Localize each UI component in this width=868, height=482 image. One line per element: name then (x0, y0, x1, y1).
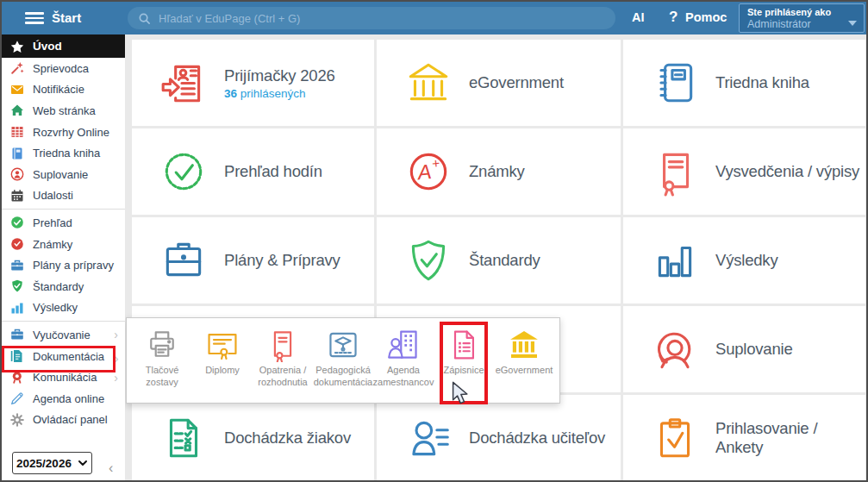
submenu-item-tlacove-zostavy[interactable]: Tlačové zostavy (132, 318, 192, 403)
submenu-item-label: Zápisnice (443, 365, 484, 377)
account-logged-in-label: Ste prihlásený ako (747, 7, 856, 17)
person-lines-icon (403, 413, 453, 463)
tile-prihlasovanie-ankety[interactable]: Prihlasovanie / Ankety (623, 395, 865, 480)
bank-icon (403, 58, 453, 108)
tile-vysvedcenia-vypisy[interactable]: Vysvedčenia / výpisy (623, 128, 865, 215)
submenu-item-agenda-zamestnancov[interactable]: Agenda zamestnancov (373, 318, 434, 403)
tile-suplovanie[interactable]: Suplovanie (623, 306, 865, 392)
briefcase-small-icon (10, 259, 24, 272)
sidebar-item-triedna-kniha[interactable]: Triedna kniha (2, 142, 125, 164)
tile-prehlad-hodin[interactable]: Prehľad hodín (132, 128, 374, 215)
hamburger-menu-icon[interactable] (25, 12, 44, 24)
submenu-item-label: Opatrenia / rozhodnutia (253, 365, 313, 389)
sidebar-item-znamky[interactable]: Známky (2, 234, 125, 255)
sidebar-item-notifikacie[interactable]: Notifikácie (2, 79, 125, 101)
calendar-icon (10, 189, 24, 203)
tile-standardy[interactable]: Štandardy (377, 217, 621, 304)
sidebar-collapse-button[interactable]: ‹ (109, 460, 113, 476)
tile-prijimacky-2026[interactable]: Prijímačky 202636 prihlásených (132, 40, 374, 126)
sidebar-item-label: Úvod (33, 40, 62, 53)
sidebar-item-suplovanie[interactable]: Suplovanie (2, 164, 125, 185)
admissions-icon (159, 58, 209, 108)
submenu-item-opatrenia-rozhodnutia[interactable]: Opatrenia / rozhodnutia (253, 318, 313, 403)
search-input[interactable] (159, 12, 605, 25)
tile-dochadzka-ucitelov[interactable]: Dochádzka učiteľov (377, 395, 621, 480)
school-year-label: 2025/2026 (16, 457, 72, 470)
sidebar-item-label: Agenda online (33, 392, 104, 405)
sidebar-nav: ÚvodSprievodcaNotifikácieWeb stránkaRozv… (2, 34, 125, 430)
sidebar-item-label: Rozvrhy Online (33, 126, 109, 139)
tile-label: Prehľad hodín (224, 162, 322, 181)
clipboard-check-icon (650, 413, 700, 463)
sidebar-item-label: Známky (33, 238, 72, 251)
sidebar-item-uvod[interactable]: Úvod (2, 34, 125, 58)
school-year-select[interactable]: 2025/2026 (12, 452, 92, 474)
sidebar-item-label: Výsledky (33, 301, 78, 314)
certificate-icon (650, 147, 700, 197)
submenu-item-pedagogicka-dokumentacia[interactable]: Pedagogická dokumentácia (313, 318, 373, 403)
chevron-down-icon (78, 458, 88, 468)
a-plus-icon: A+ (403, 147, 453, 197)
tile-label: Prihlasovanie / Ankety (715, 419, 865, 457)
sidebar-item-udalosti[interactable]: Udalosti (2, 185, 125, 207)
sidebar-item-rozvrhy-online[interactable]: Rozvrhy Online (2, 122, 125, 143)
briefcase-icon (159, 235, 209, 285)
help-button[interactable]: Pomoc (685, 10, 727, 24)
account-role-label: Administrátor (747, 18, 856, 30)
shield-small-icon (10, 279, 24, 293)
home-icon (10, 103, 24, 117)
svg-text:A: A (415, 160, 433, 185)
person-circle-icon (10, 167, 24, 181)
search-box[interactable] (128, 7, 615, 29)
seal-check-icon (159, 147, 209, 197)
sidebar-item-standardy[interactable]: Štandardy (2, 276, 125, 297)
sidebar-item-vysledky[interactable]: Výsledky (2, 297, 125, 319)
submenu-item-zapisnice[interactable]: Zápisnice (434, 318, 494, 403)
account-menu[interactable]: Ste prihlásený ako Administrátor (739, 3, 865, 33)
sidebar-item-web-stranka[interactable]: Web stránka (2, 100, 125, 122)
start-menu-label[interactable]: Štart (52, 10, 81, 25)
sidebar-item-komunikacia[interactable]: Komunikácia› (2, 366, 125, 388)
tile-label: Vysvedčenia / výpisy (715, 162, 859, 181)
sidebar-item-agenda-online[interactable]: Agenda online (2, 388, 125, 410)
sidebar-item-label: Notifikácie (33, 83, 84, 96)
tile-vysledky[interactable]: Výsledky (623, 217, 865, 304)
sidebar-item-label: Dokumentácia (33, 350, 104, 363)
tile-triedna-kniha[interactable]: Triedna kniha (623, 40, 865, 126)
submenu-item-diplomy[interactable]: Diplomy (192, 318, 253, 403)
submenu-item-egovernment[interactable]: eGovernment (494, 318, 554, 403)
tile-egovernment[interactable]: eGovernment (377, 40, 621, 126)
checklist-doc-icon (159, 413, 209, 463)
bank-small-icon (507, 328, 541, 362)
star-icon (10, 40, 24, 53)
sidebar-divider (2, 321, 125, 322)
sidebar-item-label: Prehľad (33, 216, 72, 229)
printer-icon (145, 328, 179, 362)
tile-dochadzka-ziakov[interactable]: Dochádzka žiakov (132, 395, 374, 480)
sidebar-item-label: Web stránka (33, 104, 96, 117)
chevron-down-icon (848, 21, 857, 26)
sidebar-item-label: Udalosti (33, 189, 73, 202)
topbar: Štart AI ? Pomoc Ste prihlásený ako Admi… (2, 2, 866, 34)
submenu-item-label: Tlačové zostavy (132, 365, 192, 389)
sidebar-item-dokumentacia[interactable]: Dokumentácia (2, 346, 125, 367)
tile-label: Suplovanie (715, 340, 793, 359)
envelope-icon (10, 83, 24, 97)
tile-label: Známky (469, 162, 525, 181)
sidebar-divider (2, 209, 125, 210)
sidebar-item-vyucovanie[interactable]: Vyučovanie› (2, 324, 125, 346)
tile-label: Plány & Prípravy (224, 251, 340, 270)
circle-check-icon (10, 216, 24, 229)
ai-button[interactable]: AI (632, 10, 645, 24)
documentation-submenu-popup: Tlačové zostavyDiplomyOpatrenia / rozhod… (126, 317, 560, 404)
sidebar-item-sprievodca[interactable]: Sprievodca (2, 58, 125, 79)
tile-znamky[interactable]: A+Známky (377, 128, 621, 215)
staff-icon (386, 328, 421, 362)
notebook-icon (650, 58, 700, 108)
tile-plany-pripravy[interactable]: Plány & Prípravy (132, 217, 374, 304)
sidebar-item-ovladaci-panel[interactable]: Ovládací panel (2, 410, 125, 431)
sidebar-item-prehlad[interactable]: Prehľad (2, 212, 125, 234)
sidebar-item-plany-a-pripravy[interactable]: Plány a prípravy (2, 254, 125, 276)
help-question-icon[interactable]: ? (669, 9, 678, 26)
main-content: Prijímačky 202636 prihlásenýcheGovernmen… (125, 34, 866, 480)
